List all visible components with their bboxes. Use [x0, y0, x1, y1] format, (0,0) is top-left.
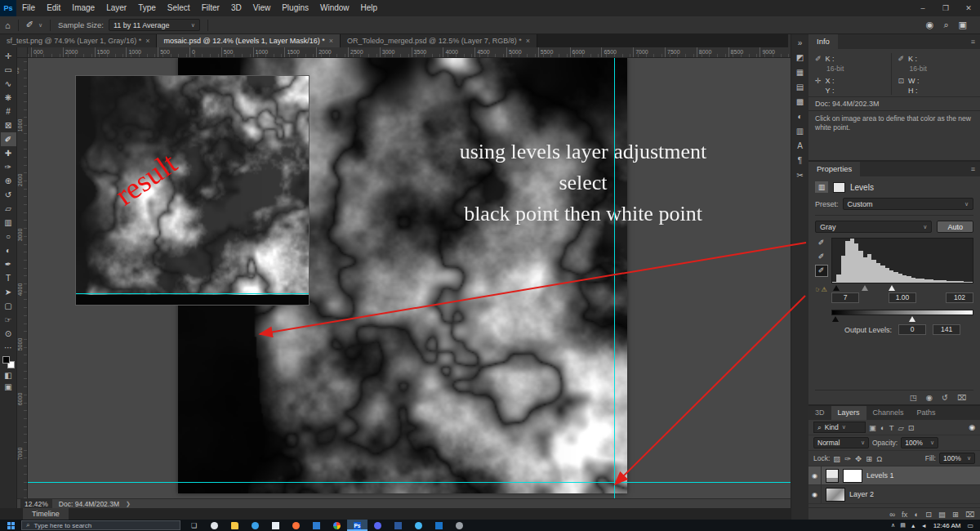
- type-layer-filter-icon[interactable]: T: [889, 423, 894, 432]
- shape-tool[interactable]: ▢: [1, 299, 16, 313]
- layer-thumbnail[interactable]: [826, 488, 845, 502]
- filter-toggle-icon[interactable]: ◉: [969, 423, 975, 431]
- clone-stamp-tool[interactable]: ⊕: [1, 174, 16, 188]
- output-black-value[interactable]: 0: [898, 324, 926, 335]
- app-icon-4[interactable]: [306, 520, 327, 531]
- status-chevron-icon[interactable]: ❯: [126, 501, 131, 507]
- clip-to-layer-icon[interactable]: ◳: [910, 393, 917, 402]
- tab-close-icon[interactable]: ×: [329, 37, 333, 45]
- fill-select[interactable]: 100% ∨: [939, 453, 975, 464]
- menu-help[interactable]: Help: [355, 3, 384, 12]
- adjustments-panel-icon[interactable]: ◐: [797, 112, 802, 121]
- zoom-level-field[interactable]: 12.42%: [20, 499, 52, 509]
- auto-button[interactable]: Auto: [937, 221, 973, 233]
- preset-select[interactable]: Custom ∨: [843, 198, 973, 210]
- adjustment-layer-icon[interactable]: ◐: [914, 510, 919, 519]
- color-panel-icon[interactable]: ◩: [796, 53, 804, 62]
- healing-brush-tool[interactable]: ✚: [1, 146, 16, 160]
- libraries-panel-icon[interactable]: ▥: [796, 127, 804, 136]
- layer-row-layer-2[interactable]: ◉ Layer 2: [808, 485, 980, 504]
- start-button[interactable]: [0, 520, 21, 531]
- character-panel-icon[interactable]: A: [797, 141, 803, 150]
- firefox-icon[interactable]: [286, 520, 306, 531]
- adjustment-thumbnail[interactable]: [826, 469, 839, 483]
- input-white-slider[interactable]: [889, 285, 895, 291]
- tray-status-icon[interactable]: ▤: [900, 522, 906, 529]
- history-brush-tool[interactable]: ↺: [1, 188, 16, 202]
- input-gamma-slider[interactable]: [862, 285, 868, 291]
- minimize-button[interactable]: –: [911, 0, 934, 16]
- app-icon-9[interactable]: [449, 520, 470, 531]
- menu-layer[interactable]: Layer: [100, 3, 132, 12]
- opacity-select[interactable]: 100% ∨: [901, 437, 938, 448]
- menu-file[interactable]: File: [16, 3, 41, 12]
- tray-network-icon[interactable]: ▲: [911, 523, 916, 529]
- pen-tool[interactable]: ✒: [1, 257, 16, 271]
- eyedropper-tool-icon[interactable]: ✐: [26, 20, 33, 30]
- lock-position-icon[interactable]: ✥: [855, 454, 862, 463]
- panel-tab-channels[interactable]: Channels: [866, 406, 911, 420]
- menu-edit[interactable]: Edit: [41, 3, 66, 12]
- hand-tool[interactable]: ☞: [1, 313, 16, 327]
- menu-3d[interactable]: 3D: [225, 3, 247, 12]
- type-tool[interactable]: T: [1, 271, 16, 285]
- black-point-eyedropper[interactable]: ✐: [816, 238, 827, 248]
- horizontal-guide[interactable]: [28, 482, 791, 483]
- lasso-tool[interactable]: ∿: [1, 77, 16, 91]
- app-icon-7[interactable]: [408, 520, 429, 531]
- blur-tool[interactable]: ○: [1, 230, 16, 243]
- app-icon-8[interactable]: [429, 520, 449, 531]
- kind-filter-select[interactable]: ⌕ Kind ∨: [813, 422, 866, 433]
- quick-selection-tool[interactable]: ❋: [1, 91, 16, 105]
- visibility-eye-icon[interactable]: ◉: [808, 466, 822, 484]
- lock-artboard-icon[interactable]: ⊞: [866, 454, 872, 463]
- layer-row-levels-1[interactable]: ◉ Levels 1: [808, 466, 980, 485]
- panel-tab-layers[interactable]: Layers: [831, 406, 866, 420]
- tab-close-icon[interactable]: ×: [526, 37, 530, 45]
- reset-icon[interactable]: ↺: [942, 393, 948, 402]
- canvas-area[interactable]: result using levels layer adjustment sel…: [28, 58, 791, 498]
- chrome-icon[interactable]: [327, 520, 347, 531]
- app-icon-3[interactable]: [265, 520, 286, 531]
- close-button[interactable]: ✕: [957, 0, 980, 16]
- menu-filter[interactable]: Filter: [196, 3, 225, 12]
- smart-object-filter-icon[interactable]: ⊡: [908, 423, 915, 432]
- foreground-color-swatch[interactable]: [2, 356, 10, 364]
- share-icon[interactable]: ◉: [926, 20, 934, 30]
- input-black-slider[interactable]: [833, 285, 840, 291]
- bit-depth-label[interactable]: 16-bit: [910, 65, 974, 73]
- lock-all-icon[interactable]: Ω: [876, 454, 882, 463]
- input-gamma-value[interactable]: 1.00: [889, 292, 916, 303]
- document-tab[interactable]: mosaic.psd @ 12.4% (Levels 1, Layer Mask…: [157, 34, 341, 47]
- app-icon-1[interactable]: [204, 520, 225, 531]
- menu-select[interactable]: Select: [162, 3, 196, 12]
- lock-transparency-icon[interactable]: ▨: [833, 454, 840, 463]
- white-point-eyedropper[interactable]: ✐: [816, 266, 827, 276]
- visibility-icon[interactable]: ◉: [926, 393, 933, 402]
- output-black-slider[interactable]: [832, 316, 839, 322]
- vertical-ruler[interactable]: 001000200030004000500060007000: [17, 58, 28, 498]
- edit-toolbar-icon[interactable]: ⋯: [1, 343, 16, 352]
- gradient-tool[interactable]: ▥: [1, 216, 16, 230]
- document-tab[interactable]: sf_test.png @ 74.9% (Layer 1, Gray/16) *…: [0, 34, 157, 47]
- sample-size-select[interactable]: 11 by 11 Average ∨: [109, 19, 200, 31]
- layer-mask-thumbnail[interactable]: [843, 469, 862, 483]
- document-tab[interactable]: OR_Toledo_merged.psd @ 12.5% (Layer 7, R…: [341, 34, 537, 47]
- blend-mode-select[interactable]: Normal ∨: [813, 437, 869, 448]
- restore-button[interactable]: ❐: [934, 0, 957, 16]
- layer-name[interactable]: Layer 2: [849, 490, 874, 498]
- quick-mask-icon[interactable]: ◧: [1, 371, 16, 380]
- delete-icon[interactable]: ⌧: [957, 393, 966, 402]
- horizontal-ruler[interactable]: 0002000150010005000500100015002000250030…: [28, 47, 791, 58]
- chevron-down-icon[interactable]: ∨: [38, 22, 42, 29]
- clock[interactable]: 12:46 AM: [933, 522, 961, 529]
- layer-name[interactable]: Levels 1: [866, 471, 894, 480]
- marquee-tool[interactable]: ▭: [1, 63, 16, 77]
- output-levels-slider[interactable]: [831, 315, 973, 323]
- gradients-panel-icon[interactable]: ▤: [796, 83, 804, 91]
- taskbar-search[interactable]: ⌕ Type here to search: [21, 520, 180, 530]
- menu-plugins[interactable]: Plugins: [276, 3, 314, 12]
- home-icon[interactable]: ⌂: [5, 20, 11, 30]
- gray-point-eyedropper[interactable]: ✐: [816, 252, 827, 262]
- bit-depth-label[interactable]: 16-bit: [826, 65, 891, 73]
